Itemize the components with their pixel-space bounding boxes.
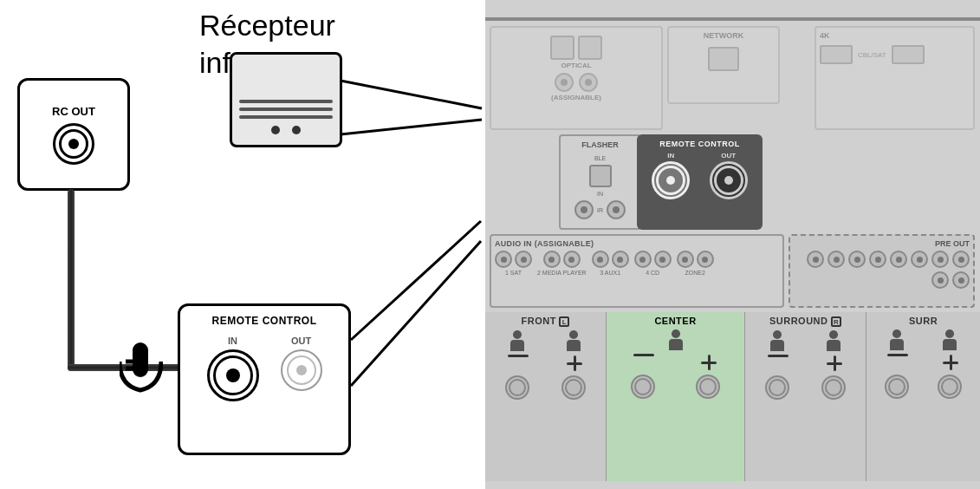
head-icon xyxy=(672,329,680,338)
audio-port-group-cd: 4 CD xyxy=(634,251,672,276)
center-icons-row xyxy=(610,329,741,350)
front-icons-row xyxy=(489,330,602,351)
plus-icon-container xyxy=(700,354,717,371)
head-icon xyxy=(513,330,522,339)
svg-rect-0 xyxy=(133,342,148,377)
rc-ports-row: IN OUT xyxy=(642,152,757,199)
speaker-icon xyxy=(884,329,910,350)
speaker-icon xyxy=(561,330,587,351)
minus-icon xyxy=(508,355,529,357)
network-label: NETWORK xyxy=(672,31,775,40)
hdmi-port-2 xyxy=(892,45,925,64)
speaker-surr2: SURR xyxy=(866,312,980,481)
connector-row xyxy=(489,375,602,400)
ap-circle xyxy=(612,251,629,268)
pre-port xyxy=(911,251,928,268)
ir-receiver-box xyxy=(230,52,342,147)
speaker-front: FRONT L xyxy=(485,312,607,481)
ap-row xyxy=(543,251,581,268)
plus-horizontal xyxy=(943,362,958,364)
speaker-icon xyxy=(764,330,790,351)
rc-out-port-item: OUT xyxy=(710,152,748,199)
speaker-icon xyxy=(504,330,530,351)
audio-in-label: AUDIO IN (ASSIGNABLE) xyxy=(495,239,779,248)
pre-port xyxy=(952,251,970,268)
sp-connector xyxy=(631,375,655,399)
flasher-label: FLASHER xyxy=(565,140,635,149)
person-icon xyxy=(667,329,685,350)
out-connector xyxy=(281,349,322,391)
body-icon xyxy=(770,340,784,351)
ir-dots xyxy=(271,126,301,134)
head-icon xyxy=(892,329,901,338)
person-icon xyxy=(825,330,842,351)
body-icon xyxy=(567,340,581,351)
ir-line xyxy=(239,115,333,119)
out-label: OUT xyxy=(291,336,311,346)
speakers-section: FRONT L xyxy=(485,312,980,481)
sp-connector xyxy=(885,375,909,399)
remote-ports-container: IN OUT xyxy=(189,332,340,405)
plus-horizontal xyxy=(701,362,717,364)
pre-port xyxy=(931,271,949,289)
connector-row xyxy=(870,375,977,399)
rc-out-box: RC OUT xyxy=(17,78,130,191)
person-icon xyxy=(941,329,958,350)
optical-box: OPTICAL (ASSIGNABLE) xyxy=(490,26,663,130)
center-label: CENTER xyxy=(610,316,741,326)
ap-circle xyxy=(515,251,532,268)
person-icon xyxy=(509,330,526,351)
ap-label-media: 2 MEDIA PLAYER xyxy=(537,270,587,276)
minus-icon xyxy=(887,354,908,356)
ap-circle xyxy=(677,251,694,268)
plus-horizontal xyxy=(827,362,842,365)
cable-vertical xyxy=(68,189,75,371)
pre-port xyxy=(827,251,845,268)
pre-out-section: PRE OUT xyxy=(789,234,975,308)
pre-port xyxy=(869,251,886,268)
ir-title-line1: Récepteur xyxy=(199,7,335,44)
hdmi-row: CBL/SAT xyxy=(820,45,970,64)
right-panel: OPTICAL (ASSIGNABLE) NETWORK 4K CBL/SAT … xyxy=(485,0,980,489)
in-label: IN xyxy=(228,336,237,346)
ap-row xyxy=(634,251,672,268)
head-icon xyxy=(773,330,782,339)
hdmi-port-1 xyxy=(820,45,853,64)
sp-connector xyxy=(765,375,789,400)
audio-port-group-aux: 3 AUX1 xyxy=(592,251,629,276)
ap-circle xyxy=(495,251,512,268)
head-icon xyxy=(945,329,954,338)
body-icon xyxy=(510,340,524,351)
person-icon xyxy=(888,329,905,350)
audio-ports-grid: 1 SAT 2 MEDIA PLAYER 3 AUX1 xyxy=(495,251,779,276)
remote-control-box-title: REMOTE CONTROL xyxy=(189,315,340,327)
ap-circle xyxy=(634,251,652,268)
connector-row xyxy=(610,375,741,399)
pre-port xyxy=(807,251,824,268)
pre-ports-grid xyxy=(794,251,970,289)
speaker-icon xyxy=(937,329,963,350)
person-icon xyxy=(769,330,786,351)
ap-label-aux: 3 AUX1 xyxy=(600,270,620,276)
4k-label: 4K xyxy=(820,31,970,40)
ap-circle xyxy=(543,251,561,268)
rc-in-label: IN xyxy=(667,152,674,160)
pre-port xyxy=(931,251,949,268)
ir-lines xyxy=(232,100,340,119)
ap-label-zone2: ZONE2 xyxy=(685,270,705,276)
4k-box: 4K CBL/SAT xyxy=(815,26,975,130)
ir-line xyxy=(239,108,333,111)
minus-icon xyxy=(633,354,654,356)
audio-port-group-zone2: ZONE2 xyxy=(677,251,714,276)
plus-icon-container xyxy=(566,355,583,372)
ap-row xyxy=(677,251,714,268)
front-label: FRONT L xyxy=(489,316,602,327)
flasher-ir-port xyxy=(574,200,594,219)
ap-circle xyxy=(697,251,714,268)
ap-label-cd: 4 CD xyxy=(646,270,659,276)
sp-connector xyxy=(561,375,586,400)
network-box: NETWORK xyxy=(667,26,780,104)
head-icon xyxy=(829,330,838,339)
audio-port-group-sat: 1 SAT xyxy=(495,251,532,276)
svg-line-5 xyxy=(351,221,481,340)
